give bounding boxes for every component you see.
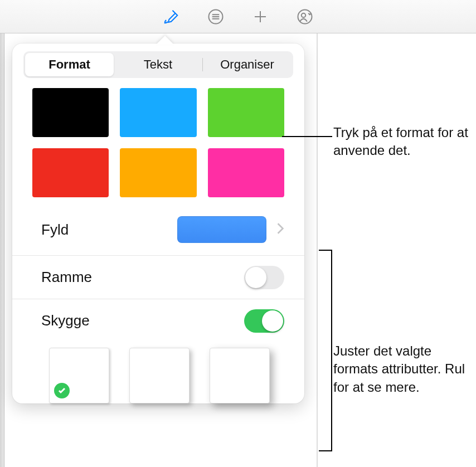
chevron-right-icon[interactable] xyxy=(276,222,284,237)
toggle-knob xyxy=(262,310,283,332)
border-row: Ramme xyxy=(12,255,304,299)
toggle-knob xyxy=(245,267,266,288)
border-toggle[interactable] xyxy=(244,266,284,289)
shadow-options xyxy=(12,342,304,403)
check-icon xyxy=(54,383,70,398)
style-swatch[interactable] xyxy=(32,88,109,137)
style-swatch[interactable] xyxy=(32,148,109,197)
border-label: Ramme xyxy=(41,269,244,286)
brush-icon[interactable] xyxy=(160,6,182,28)
add-icon[interactable] xyxy=(249,6,271,28)
shadow-row: Skygge xyxy=(12,299,304,342)
callout-text: Juster det valgte formats attributter. R… xyxy=(333,342,473,396)
svg-point-7 xyxy=(302,13,306,17)
collaborate-icon[interactable] xyxy=(294,6,316,28)
fill-color-well[interactable] xyxy=(177,216,266,243)
panel-divider xyxy=(317,33,318,467)
shadow-option[interactable] xyxy=(210,348,270,403)
callout-leader xyxy=(282,136,332,137)
shadow-option[interactable] xyxy=(49,348,109,403)
shadow-label: Skygge xyxy=(41,312,244,329)
shadow-toggle[interactable] xyxy=(244,309,284,333)
toolbar xyxy=(0,0,476,33)
format-popover: Format Tekst Organiser Fyld Ramme Skygge xyxy=(12,43,304,403)
tab-organize[interactable]: Organiser xyxy=(203,53,292,76)
tab-format[interactable]: Format xyxy=(25,53,114,76)
style-swatch-grid xyxy=(12,88,304,211)
shadow-option[interactable] xyxy=(129,348,190,403)
style-swatch[interactable] xyxy=(208,88,284,137)
sidebar-edge xyxy=(0,33,4,467)
style-swatch[interactable] xyxy=(208,148,284,197)
popover-tabs: Format Tekst Organiser xyxy=(23,51,293,78)
fill-label: Fyld xyxy=(41,221,177,239)
callout-bracket xyxy=(319,250,332,451)
callout-text: Tryk på et format for at anvende det. xyxy=(333,124,473,160)
style-swatch[interactable] xyxy=(120,88,196,137)
list-icon[interactable] xyxy=(205,6,227,28)
tab-text[interactable]: Tekst xyxy=(114,53,202,76)
popover-arrow xyxy=(156,36,174,45)
fill-row[interactable]: Fyld xyxy=(12,211,304,255)
style-swatch[interactable] xyxy=(120,148,196,197)
